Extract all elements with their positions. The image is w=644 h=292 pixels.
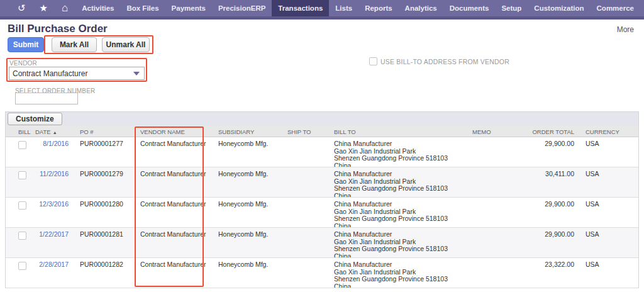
column-header-bill-to[interactable]: BILL TO	[331, 126, 471, 137]
star-icon[interactable]: ★	[40, 0, 48, 16]
bill-to-cell: China ManufacturerGao Xin Jian Industria…	[331, 137, 471, 167]
table-row: 12/3/2016PUR00001280Contract Manufacture…	[6, 198, 638, 228]
table-header-row: BILLDATE▲PO #VENDOR NAMESUBSIDIARYSHIP T…	[6, 126, 638, 137]
home-icon[interactable]: ⌂	[62, 0, 68, 16]
row-bill-checkbox[interactable]	[18, 201, 26, 210]
ship-to-cell	[285, 167, 331, 197]
nav-item-support[interactable]: Support	[640, 0, 644, 16]
bill-to-line: China Manufacturer	[334, 261, 471, 269]
date-link[interactable]: 1/22/2017	[39, 230, 69, 238]
nav-item-activities[interactable]: Activities	[75, 0, 120, 16]
select-order-number-input[interactable]	[15, 93, 78, 104]
nav-item-analytics[interactable]: Analytics	[399, 0, 443, 16]
chevron-down-icon	[133, 72, 140, 76]
nav-item-precisionerp[interactable]: PrecisionERP	[212, 0, 272, 16]
nav-item-payments[interactable]: Payments	[165, 0, 212, 16]
nav-menu: ActivitiesBox FilesPaymentsPrecisionERPT…	[75, 0, 644, 16]
column-header-bill[interactable]: BILL	[6, 126, 31, 137]
row-bill-checkbox[interactable]	[18, 171, 26, 179]
column-header-po[interactable]: PO #	[74, 126, 136, 137]
memo-cell	[471, 137, 529, 167]
bill-to-line: China	[334, 253, 471, 258]
nav-item-commerce[interactable]: Commerce	[591, 0, 640, 16]
ship-to-cell	[285, 228, 331, 257]
date-link[interactable]: 11/2/2016	[40, 170, 69, 177]
bill-to-cell: China ManufacturerGao Xin Jian Industria…	[331, 198, 471, 227]
vendor-name-cell: Contract Manufacturer	[136, 167, 216, 197]
order-total-cell: 23,322.00	[529, 258, 583, 288]
bill-to-line: China Manufacturer	[334, 140, 471, 148]
customize-button[interactable]: Customize	[8, 113, 62, 125]
memo-cell	[471, 228, 529, 257]
column-header-vendor-name[interactable]: VENDOR NAME	[136, 126, 216, 137]
column-header-subsidiary[interactable]: SUBSIDIARY	[216, 126, 285, 137]
nav-item-lists[interactable]: Lists	[329, 0, 358, 16]
date-cell: 11/2/2016	[31, 167, 74, 197]
vendor-select-value: Contract Manufacturer	[9, 69, 133, 78]
table-row: 2/28/2017PUR00001282Contract Manufacture…	[6, 258, 638, 288]
order-total-cell: 30,411.00	[529, 167, 583, 197]
subsidiary-cell: Honeycomb Mfg.	[216, 137, 285, 167]
unmark-all-button[interactable]: Unmark All	[102, 37, 150, 52]
subsidiary-cell: Honeycomb Mfg.	[216, 228, 285, 257]
column-header-date[interactable]: DATE▲	[31, 126, 74, 137]
vendor-name-cell: Contract Manufacturer	[136, 137, 216, 167]
column-header-currency[interactable]: CURRENCY	[583, 126, 638, 137]
bill-to-line: Shenzen Guangdong Province 518103	[334, 155, 471, 162]
currency-cell: USA	[583, 198, 638, 227]
date-cell: 2/28/2017	[31, 258, 74, 288]
bill-to-line: China Manufacturer	[334, 231, 471, 239]
table-body: 8/1/2016PUR00001277Contract Manufacturer…	[6, 137, 638, 288]
vendor-select[interactable]: Contract Manufacturer	[9, 67, 145, 80]
column-header-memo[interactable]: MEMO	[471, 126, 529, 137]
bill-to-line: Shenzen Guangdong Province 518103	[334, 185, 471, 193]
date-link[interactable]: 12/3/2016	[39, 200, 69, 208]
vendor-name-cell: Contract Manufacturer	[136, 258, 216, 288]
subsidiary-cell: Honeycomb Mfg.	[216, 258, 285, 288]
bill-to-line: China	[334, 223, 471, 228]
mark-all-button[interactable]: Mark All	[52, 37, 97, 52]
memo-cell	[471, 258, 529, 288]
nav-item-setup[interactable]: Setup	[495, 0, 528, 16]
bill-cell	[6, 228, 31, 257]
bill-to-line: China Manufacturer	[334, 201, 471, 208]
table-row: 11/2/2016PUR00001279Contract Manufacture…	[6, 167, 638, 198]
ship-to-cell	[285, 137, 331, 167]
memo-cell	[471, 198, 529, 227]
row-bill-checkbox[interactable]	[18, 262, 26, 270]
use-billto-label: USE BILL-TO ADDRESS FROM VENDOR	[380, 58, 509, 65]
row-bill-checkbox[interactable]	[18, 232, 26, 240]
ship-to-cell	[285, 198, 331, 227]
nav-item-documents[interactable]: Documents	[443, 0, 496, 16]
bill-to-cell: China ManufacturerGao Xin Jian Industria…	[331, 258, 471, 288]
nav-item-reports[interactable]: Reports	[358, 0, 398, 16]
customize-bar: Customize	[6, 112, 638, 126]
bill-cell	[6, 137, 31, 167]
use-billto-checkbox[interactable]	[369, 57, 377, 65]
nav-item-customization[interactable]: Customization	[528, 0, 590, 16]
bill-to-line: China	[334, 283, 471, 288]
bill-to-line: Shenzen Guangdong Province 518103	[334, 215, 471, 223]
bill-cell	[6, 198, 31, 227]
more-link[interactable]: More	[617, 25, 634, 34]
column-header-ship-to[interactable]: SHIP TO	[285, 126, 331, 137]
table-row: 1/22/2017PUR00001281Contract Manufacture…	[6, 228, 638, 258]
submit-button[interactable]: Submit	[8, 37, 44, 52]
order-total-cell: 29,900.00	[529, 137, 583, 167]
table-row: 8/1/2016PUR00001277Contract Manufacturer…	[6, 137, 638, 167]
column-header-order-total[interactable]: ORDER TOTAL	[529, 126, 583, 137]
bill-to-line: Shenzen Guangdong Province 518103	[334, 276, 471, 283]
row-bill-checkbox[interactable]	[18, 141, 26, 149]
po-number-cell: PUR00001281	[74, 228, 136, 257]
nav-item-transactions[interactable]: Transactions	[272, 0, 329, 16]
nav-item-box-files[interactable]: Box Files	[120, 0, 165, 16]
history-icon[interactable]: ↺	[18, 0, 26, 16]
date-link[interactable]: 8/1/2016	[43, 140, 69, 147]
bill-to-line: China	[334, 162, 471, 167]
page-title: Bill Purchase Order	[8, 23, 108, 35]
subsidiary-cell: Honeycomb Mfg.	[216, 167, 285, 197]
currency-cell: USA	[583, 258, 638, 288]
po-number-cell: PUR00001279	[74, 167, 136, 197]
date-link[interactable]: 2/28/2017	[39, 261, 69, 268]
bill-to-line: China	[334, 193, 471, 198]
